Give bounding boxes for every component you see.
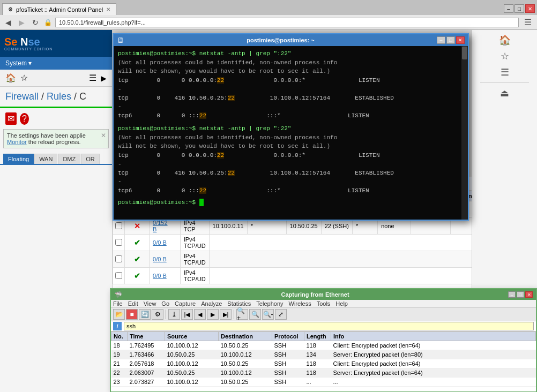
col-len: Length — [304, 332, 331, 341]
pfsense-logo-text: Se Nse — [4, 36, 53, 47]
window-maximize-button[interactable]: □ — [514, 4, 524, 13]
ws-tool-stop[interactable]: ■ — [126, 309, 138, 320]
wireshark-title: Capturing from Ethernet — [122, 291, 508, 298]
lock-icon: 🔒 — [44, 19, 52, 26]
wireshark-titlebar: 🦈 Capturing from Ethernet – □ ✕ — [111, 289, 536, 300]
col-no: No. — [111, 332, 128, 341]
ws-packet-row[interactable]: 23 2.073827 10.100.0.12 10.50.0.25 SSH .… — [111, 378, 536, 387]
alert-suffix: the reload progress. — [27, 139, 81, 145]
menu-statistics[interactable]: Statistics — [227, 300, 251, 307]
row2-states-link[interactable]: 0/152B — [153, 220, 168, 232]
ws-tool-zoom-in[interactable]: 🔍+ — [236, 309, 248, 320]
row4-checkbox[interactable] — [115, 255, 122, 262]
row3-checkbox[interactable] — [115, 239, 122, 246]
tab-close-icon[interactable]: ✕ — [106, 6, 110, 12]
col-proto: Protocol — [272, 332, 304, 341]
nav-right-arrow-icon[interactable]: ▶ — [101, 74, 107, 82]
ws-maximize-button[interactable]: □ — [517, 291, 524, 298]
browser-menu-icon[interactable]: ☰ — [522, 17, 534, 27]
ws-tool-go-next[interactable]: ▶ — [207, 309, 219, 320]
ws-packet-row[interactable]: 19 1.763466 10.50.0.25 10.100.0.12 SSH 1… — [111, 350, 536, 359]
table-row: ✔ 0/0 B IPv4TCP/UD — [113, 251, 518, 268]
col-time: Time — [128, 332, 165, 341]
help-icon[interactable]: ? — [20, 113, 29, 125]
terminal-maximize-button[interactable]: □ — [446, 36, 455, 44]
ws-tool-scroll[interactable]: ⤓ — [168, 309, 180, 320]
table-row: ✔ 0/0 B IPv4TCP/UD — [113, 268, 518, 284]
row4-allow-icon: ✔ — [134, 255, 140, 263]
ws-minimize-button[interactable]: – — [508, 291, 516, 298]
wireshark-filter-bar: i — [111, 321, 536, 331]
tab-label: pfosTicket :: Admin Control Panel — [16, 6, 103, 13]
menu-view[interactable]: View — [144, 300, 156, 307]
ws-tool-go-prev[interactable]: ◀ — [194, 309, 206, 320]
menu-edit[interactable]: Edit — [128, 300, 138, 307]
menu-go[interactable]: Go — [161, 300, 169, 307]
browser-tab-bar: ⚙ pfosTicket :: Admin Control Panel ✕ – … — [0, 0, 537, 15]
col-src: Source — [165, 332, 219, 341]
row2-deny-icon: ✕ — [134, 222, 140, 230]
row2-checkbox[interactable] — [115, 222, 122, 229]
terminal-window: 🖥 postimies@postimies: ~ – □ ✕ postimies… — [113, 33, 469, 221]
ws-packet-row[interactable]: 21 2.057618 10.100.0.12 10.50.0.25 SSH 1… — [111, 359, 536, 368]
address-url-field[interactable]: 10.50.0.1/firewall_rules.php?if=... — [55, 18, 519, 27]
menu-analyze[interactable]: Analyze — [201, 300, 222, 307]
menu-wireless[interactable]: Wireless — [289, 300, 311, 307]
star-nav-icon[interactable]: ☆ — [501, 50, 509, 62]
ws-tool-go-first[interactable]: |◀ — [181, 309, 193, 320]
row5-checkbox[interactable] — [115, 272, 122, 279]
alert-text: The settings have been applie — [7, 132, 86, 139]
window-close-button[interactable]: ✕ — [525, 4, 535, 13]
terminal-close-button[interactable]: ✕ — [456, 36, 465, 44]
window-minimize-button[interactable]: – — [504, 4, 513, 13]
menu-help[interactable]: Help — [335, 300, 348, 307]
home-icon[interactable]: 🏠 — [5, 73, 16, 83]
tab-dmz[interactable]: DMZ — [58, 154, 80, 164]
ws-tool-options[interactable]: ⚙ — [152, 309, 163, 320]
system-menu-bar[interactable]: System ▾ — [0, 57, 112, 70]
logout-nav-icon[interactable]: ⏏ — [500, 87, 509, 99]
menu-capture[interactable]: Capture — [175, 300, 196, 307]
row4-states-link[interactable]: 0/0 B — [153, 256, 167, 262]
reload-alert: The settings have been applie Monitor th… — [3, 129, 109, 148]
terminal-body: postimies@postimies:~$ netstat -antp | g… — [114, 46, 468, 220]
ws-tool-go-last[interactable]: ▶| — [220, 309, 232, 320]
menu-telephony[interactable]: Telephony — [256, 300, 283, 307]
tab-wan[interactable]: WAN — [34, 154, 57, 164]
menu-tools[interactable]: Tools — [317, 300, 331, 307]
bookmark-icon[interactable]: ☆ — [20, 73, 28, 83]
burger-menu-icon[interactable]: ☰ — [89, 73, 96, 83]
row5-allow-icon: ✔ — [134, 272, 140, 280]
ws-close-button[interactable]: ✕ — [525, 291, 533, 298]
ws-tool-restart[interactable]: 🔄 — [139, 309, 151, 320]
nav-back-button[interactable]: ◀ — [3, 18, 13, 27]
ws-tool-resize[interactable]: ⤢ — [275, 309, 287, 320]
nav-forward-button[interactable]: ▶ — [17, 18, 27, 27]
email-icon[interactable]: ✉ — [5, 112, 17, 125]
ws-tool-open[interactable]: 📂 — [113, 309, 125, 320]
tab-floating[interactable]: Floating — [3, 154, 34, 164]
ws-packet-row[interactable]: 18 1.762495 10.100.0.12 10.50.0.25 SSH 1… — [111, 341, 536, 350]
terminal-minimize-button[interactable]: – — [437, 36, 445, 44]
menu-file[interactable]: File — [113, 300, 123, 307]
terminal-title: postimies@postimies: ~ — [124, 37, 437, 43]
wireshark-menubar: File Edit View Go Capture Analyze Statis… — [111, 300, 536, 308]
system-menu-label: System ▾ — [5, 59, 32, 67]
filter-icon: i — [113, 322, 122, 330]
terminal-icon: 🖥 — [117, 36, 124, 44]
ws-packet-row[interactable]: 22 2.063007 10.50.0.25 10.100.0.12 SSH 1… — [111, 368, 536, 378]
nav-refresh-button[interactable]: ↻ — [30, 18, 41, 27]
col-dst: Destination — [219, 332, 272, 341]
ws-tool-zoom-out[interactable]: 🔍- — [262, 309, 274, 320]
ws-tool-zoom-reset[interactable]: 🔍 — [249, 309, 261, 320]
menu-nav-icon[interactable]: ☰ — [501, 66, 509, 78]
home-nav-icon[interactable]: 🏠 — [499, 34, 511, 46]
row5-states-link[interactable]: 0/0 B — [153, 273, 167, 279]
browser-tab[interactable]: ⚙ pfosTicket :: Admin Control Panel ✕ — [2, 3, 116, 15]
monitor-link[interactable]: Monitor — [7, 139, 27, 145]
alert-close-icon[interactable]: ✕ — [101, 132, 106, 139]
nav-icons-row: 🏠 ☆ ☰ ▶ — [0, 70, 112, 87]
row3-states-link[interactable]: 0/0 B — [153, 239, 167, 246]
tab-or[interactable]: OR — [81, 154, 100, 164]
filter-input[interactable] — [124, 322, 534, 330]
